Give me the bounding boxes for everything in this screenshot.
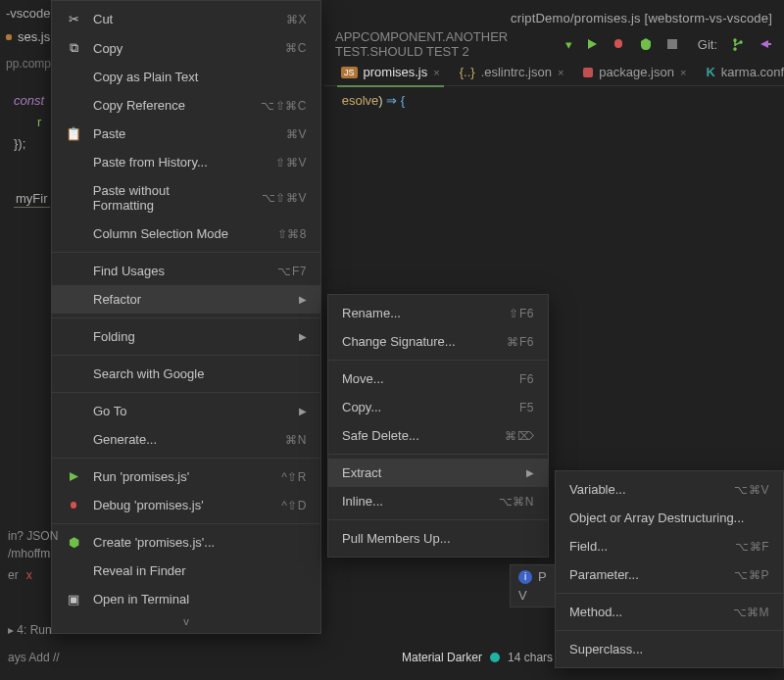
popup-text: P (538, 569, 547, 584)
coverage-icon[interactable] (639, 36, 653, 52)
menu-item-column-select[interactable]: Column Selection Mode⇧⌘8 (52, 219, 320, 248)
menu-separator (328, 360, 548, 361)
menu-item-generate[interactable]: Generate...⌘N (52, 425, 320, 454)
project-tag: -vscode (6, 6, 51, 21)
menu-separator (52, 392, 320, 393)
tab-label: package.json (599, 65, 674, 79)
arrow: ⇒ { (383, 93, 406, 108)
menu-item-copy-ref[interactable]: Copy Reference⌥⇧⌘C (52, 91, 320, 120)
js-icon: JS (341, 67, 358, 78)
menu-item-copy-plain[interactable]: Copy as Plain Text (52, 63, 320, 91)
terminal-text: in? JSON (8, 529, 58, 543)
theme-indicator-icon (490, 653, 500, 662)
run-config-label[interactable]: APPCOMPONENT.ANOTHER TEST.SHOULD TEST 2 (335, 29, 552, 59)
stop-icon[interactable] (666, 36, 678, 52)
terminal-text: er (8, 568, 19, 582)
menu-item-goto[interactable]: Go To▶ (52, 397, 320, 425)
keyword: const (14, 93, 44, 108)
chevron-right-icon: ▶ (299, 294, 307, 305)
tab-label: promises.js (364, 65, 428, 79)
menu-item-run[interactable]: Run 'promises.js'^⇧R (52, 462, 320, 491)
selection-chars: 14 chars (508, 651, 553, 664)
tab-karma[interactable]: K karma.conf.js × (696, 59, 784, 86)
tab-promises[interactable]: JS promises.js × (331, 59, 450, 86)
debug-icon[interactable] (612, 36, 625, 52)
context-menu-refactor: Rename...⇧F6 Change Signature...⌘F6 Move… (327, 294, 549, 558)
git-push-icon[interactable] (759, 37, 772, 51)
menu-item-find-usages[interactable]: Find Usages⌥F7 (52, 257, 320, 285)
tab-label: karma.conf.js (721, 65, 784, 79)
copy-icon: ⧉ (66, 40, 81, 56)
identifier: esolve (342, 93, 379, 108)
paste-icon: 📋 (66, 126, 81, 141)
symbol-highlight: myFir (14, 190, 50, 208)
menu-item-move[interactable]: Move...F6 (328, 364, 548, 393)
menu-item-copyref[interactable]: Copy...F5 (328, 393, 548, 421)
popup-text: V (518, 588, 527, 603)
tab-close-icon[interactable]: × (433, 67, 439, 78)
menu-separator (556, 630, 783, 631)
menu-separator (328, 519, 548, 520)
run-config-dropdown[interactable]: ▾ (565, 37, 572, 52)
menu-item-search-google[interactable]: Search with Google (52, 360, 320, 388)
tab-eslintrc[interactable]: {..} .eslintrc.json × (450, 59, 574, 86)
menu-item-inline[interactable]: Inline...⌥⌘N (328, 487, 548, 515)
info-icon: i (518, 570, 532, 584)
braces-icon: {..} (460, 65, 475, 79)
menu-item-open-terminal[interactable]: ▣Open in Terminal (52, 585, 320, 613)
error-mark: x (26, 568, 32, 582)
info-popup: iP V (510, 564, 556, 607)
menu-item-debug[interactable]: Debug 'promises.js'^⇧D (52, 491, 320, 519)
menu-item-folding[interactable]: Folding▶ (52, 322, 320, 351)
code-text: r (37, 115, 41, 129)
tab-label: .eslintrc.json (481, 65, 552, 79)
menu-item-paste[interactable]: 📋Paste⌘V (52, 120, 320, 148)
chevron-right-icon: ▶ (299, 406, 307, 416)
menu-item-extract[interactable]: Extract▶ (328, 459, 548, 487)
terminal-icon: ▣ (66, 592, 81, 607)
menu-item-rename[interactable]: Rename...⇧F6 (328, 299, 548, 327)
git-branch-icon[interactable] (731, 37, 745, 51)
terminal-text: /mhoffm (8, 547, 50, 560)
menu-item-paste-noformat[interactable]: Paste without Formatting⌥⇧⌘V (52, 176, 320, 219)
run-icon (66, 471, 81, 482)
editor-tab-label: ses.js (18, 29, 50, 44)
json-icon (583, 68, 593, 77)
menu-item-change-signature[interactable]: Change Signature...⌘F6 (328, 327, 548, 356)
tab-close-icon[interactable]: × (680, 67, 686, 78)
code-text: }); (14, 136, 25, 151)
vcs-hint: ays Add // (8, 651, 60, 664)
editor-tabs: JS promises.js × {..} .eslintrc.json × p… (323, 59, 784, 86)
menu-separator (52, 355, 320, 356)
chevron-right-icon: ▶ (299, 331, 307, 342)
menu-separator (52, 458, 320, 459)
chevron-right-icon: ▶ (526, 467, 534, 478)
menu-item-variable[interactable]: Variable...⌥⌘V (556, 475, 783, 504)
tool-window-run[interactable]: ▸ 4: Run (8, 623, 52, 637)
menu-separator (52, 317, 320, 318)
menu-item-cut[interactable]: ✂Cut⌘X (52, 5, 320, 33)
scissors-icon: ✂ (66, 12, 81, 26)
menu-separator (52, 523, 320, 524)
menu-separator (52, 252, 320, 253)
menu-item-refactor[interactable]: Refactor▶ (52, 285, 320, 314)
karma-icon: K (706, 65, 714, 79)
menu-separator (556, 593, 783, 594)
git-label: Git: (698, 37, 717, 52)
menu-item-destructuring[interactable]: Object or Array Destructuring... (556, 504, 783, 532)
menu-item-safe-delete[interactable]: Safe Delete...⌘⌦ (328, 421, 548, 450)
theme-label[interactable]: Material Darker (402, 651, 482, 664)
js-file-icon (6, 34, 12, 40)
bug-icon (66, 500, 81, 511)
tab-package[interactable]: package.json × (573, 59, 696, 86)
window-title: criptDemo/promises.js [webstorm-vs-vscod… (511, 11, 772, 25)
menu-item-method[interactable]: Method...⌥⌘M (556, 598, 783, 626)
scroll-down-icon[interactable]: v (52, 613, 320, 629)
tab-close-icon[interactable]: × (558, 67, 564, 78)
menu-item-copy[interactable]: ⧉Copy⌘C (52, 33, 320, 63)
run-icon[interactable] (586, 36, 598, 52)
menu-item-paste-history[interactable]: Paste from History...⇧⌘V (52, 148, 320, 176)
menu-separator (328, 454, 548, 455)
